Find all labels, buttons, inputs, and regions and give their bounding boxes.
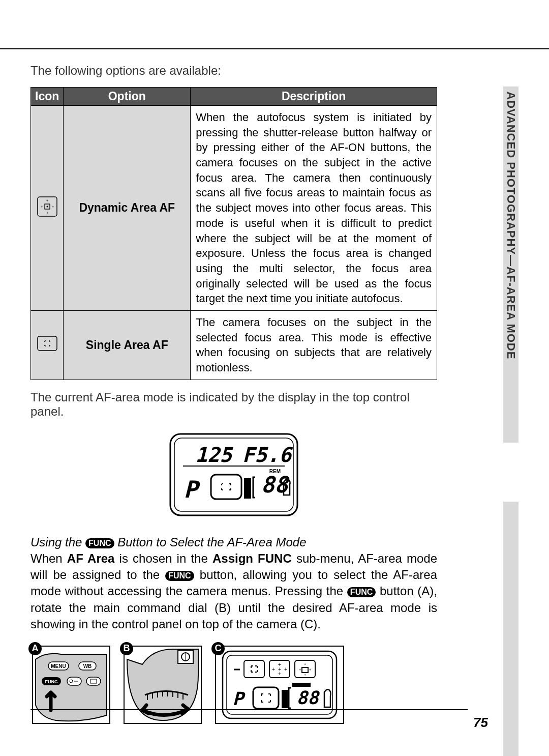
lcd-aperture: F5.6 — [242, 443, 293, 467]
below-table-text: The current AF-area mode is indicated by… — [30, 390, 437, 419]
svg-text:+: + — [278, 666, 281, 672]
svg-text:+: + — [284, 666, 287, 672]
svg-text:FUNC: FUNC — [45, 679, 58, 684]
dynamic-area-icon: + + + + — [31, 106, 64, 311]
th-icon: Icon — [31, 88, 64, 106]
func-title: Using the FUNC Button to Select the AF-A… — [30, 535, 437, 549]
svg-text:WB: WB — [83, 663, 92, 669]
bold-af-area: AF Area — [67, 551, 115, 565]
illustration-a: A MENU WB FUNC — [30, 644, 112, 728]
top-divider — [0, 48, 549, 49]
af-options-table: Icon Option Description + + + + — [30, 87, 437, 380]
svg-text:+: + — [51, 205, 54, 209]
svg-text:+: + — [40, 205, 43, 209]
table-row: + + + + Dynamic Area AF When the autofoc… — [31, 106, 437, 311]
svg-text:P: P — [232, 688, 246, 709]
func-title-after: Button to Select the AF-Area Mode — [114, 535, 307, 549]
single-area-desc: The camera focuses on the subject in the… — [191, 310, 437, 380]
svg-rect-7 — [38, 336, 57, 351]
lcd-count: 88 — [261, 472, 290, 498]
page-number: 75 — [473, 715, 488, 731]
svg-rect-23 — [86, 677, 101, 685]
illustration-b: B — [122, 644, 203, 728]
side-tab: ADVANCED PHOTOGRAPHY—AF-AREA MODE — [503, 86, 518, 443]
svg-text:+: + — [272, 666, 275, 672]
svg-text:+: + — [304, 673, 307, 677]
func-body: When AF Area is chosen in the Assign FUN… — [30, 550, 437, 633]
intro-text: The following options are available: — [30, 64, 437, 78]
bottom-divider — [30, 709, 468, 710]
control-panel-illustration: 125 F5.6 REM P 88 — [30, 431, 437, 520]
func-icon: FUNC — [165, 571, 194, 581]
svg-text:+: + — [299, 667, 301, 672]
svg-rect-39 — [244, 660, 264, 678]
table-row: Single Area AF The camera focuses on the… — [31, 310, 437, 380]
page-tab-bg — [503, 502, 518, 756]
svg-rect-11 — [211, 475, 241, 499]
single-area-icon — [31, 310, 64, 380]
label-c: C — [211, 642, 225, 655]
func-title-before: Using the — [30, 535, 85, 549]
lcd-mode: P — [184, 476, 200, 503]
svg-rect-57 — [292, 683, 311, 687]
th-description: Description — [191, 88, 437, 106]
svg-text:+: + — [309, 667, 312, 672]
dynamic-area-desc: When the autofocus system is initiated b… — [191, 106, 437, 311]
dynamic-area-label: Dynamic Area AF — [64, 106, 191, 311]
single-area-label: Single Area AF — [64, 310, 191, 380]
svg-rect-36 — [216, 646, 344, 723]
bold-assign-func: Assign FUNC — [212, 551, 292, 565]
th-option: Option — [64, 88, 191, 106]
abc-illustrations: A MENU WB FUNC — [30, 644, 437, 728]
svg-text:MENU: MENU — [51, 663, 66, 669]
label-a: A — [28, 642, 42, 655]
illustration-c: C + + + + + + + + — [214, 644, 346, 728]
func-icon: FUNC — [85, 538, 114, 548]
lcd-shutter: 125 — [195, 443, 233, 467]
page-content: The following options are available: Ico… — [30, 64, 437, 728]
svg-point-6 — [46, 206, 48, 207]
svg-text:+: + — [46, 198, 48, 203]
svg-text:+: + — [304, 662, 307, 666]
svg-rect-54 — [253, 687, 279, 709]
side-label: ADVANCED PHOTOGRAPHY—AF-AREA MODE — [504, 92, 517, 359]
label-b: B — [120, 642, 133, 655]
svg-text:88: 88 — [296, 687, 320, 708]
func-section: Using the FUNC Button to Select the AF-A… — [30, 535, 437, 633]
svg-rect-12 — [244, 478, 251, 499]
svg-rect-55 — [282, 690, 288, 708]
svg-text:+: + — [46, 211, 48, 215]
svg-rect-51 — [302, 667, 308, 673]
func-icon: FUNC — [347, 587, 376, 597]
